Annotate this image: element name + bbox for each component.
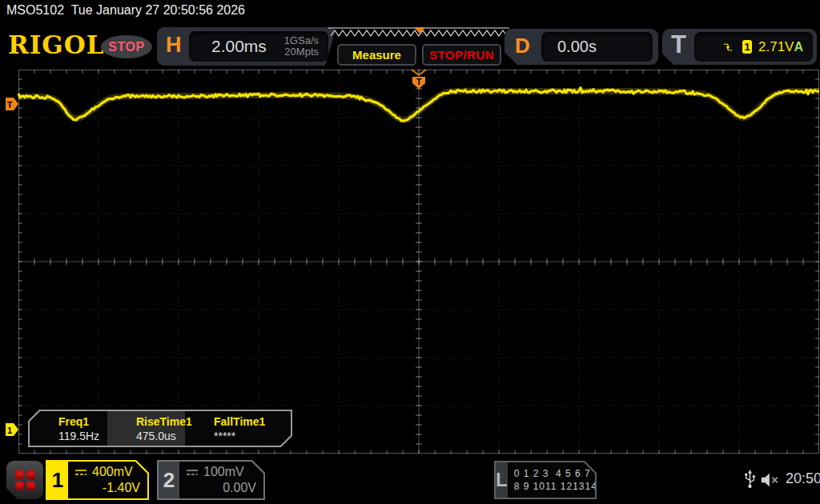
- channel2-tab[interactable]: 2 100mV 0.00V: [157, 460, 265, 500]
- run-state-badge: STOP: [101, 35, 152, 58]
- delay-inset: 0.00s: [541, 32, 653, 62]
- horizontal-key: H: [166, 33, 182, 58]
- trigger-panel[interactable]: T 1 2.71V A: [662, 29, 817, 65]
- horizontal-inset: 2.00ms 1GSa/s 20Mpts: [189, 31, 328, 62]
- memory-depth: 20Mpts: [284, 46, 319, 58]
- dc-coupling-icon: [74, 468, 88, 477]
- channel1-scale: 400mV: [92, 465, 133, 479]
- measurement-value: 119.5Hz: [58, 430, 107, 442]
- svg-text:1: 1: [7, 426, 12, 435]
- measurement-box-inner: Freq1 119.5Hz RiseTime1 475.0us FallTime…: [30, 411, 291, 446]
- menu-button[interactable]: [6, 461, 43, 499]
- sample-rate-info: 1GSa/s 20Mpts: [284, 35, 328, 57]
- grid-menu-icon: [15, 470, 35, 490]
- measurement-box: Freq1 119.5Hz RiseTime1 475.0us FallTime…: [28, 410, 292, 447]
- usb-icon: [744, 470, 756, 489]
- trigger-mode: A: [794, 40, 813, 54]
- logic-channels-tab[interactable]: L 0 1 2 3 4 5 6 7 8 9 1011 12131415: [494, 461, 597, 499]
- channel1-offset: -1.40V: [74, 481, 140, 495]
- channel1-tab-body: 1 400mV -1.40V: [47, 462, 147, 498]
- measurement-item-falltime1[interactable]: FallTime1 *****: [185, 411, 263, 446]
- measurement-item-freq1[interactable]: Freq1 119.5Hz: [30, 411, 107, 446]
- channel1-tab[interactable]: 1 400mV -1.40V: [46, 460, 149, 500]
- horizontal-panel[interactable]: H 2.00ms 1GSa/s 20Mpts: [157, 27, 336, 66]
- channel2-offset: 0.00V: [185, 481, 256, 495]
- logic-tab-body: L 0 1 2 3 4 5 6 7 8 9 1011 12131415: [496, 462, 595, 498]
- channel2-tab-body: 2 100mV 0.00V: [159, 462, 263, 498]
- clock-time: 20:50: [786, 470, 820, 487]
- waveform-overview-strip[interactable]: [328, 27, 509, 42]
- trigger-key: T: [671, 30, 686, 59]
- trigger-inset: 1 2.71V A: [694, 32, 813, 62]
- timebase-value: 2.00ms: [211, 37, 267, 56]
- logic-channel-numbers: 0 1 2 3 4 5 6 7 8 9 1011 12131415: [508, 462, 610, 498]
- measurement-value: *****: [214, 430, 263, 442]
- trigger-level-marker[interactable]: T: [6, 98, 19, 111]
- channel2-scale: 100mV: [203, 465, 244, 479]
- measurement-value: 475.0us: [136, 430, 185, 442]
- measurement-label: RiseTime1: [136, 415, 185, 428]
- measurement-label: FallTime1: [214, 415, 263, 428]
- speaker-muted-icon: [760, 472, 781, 488]
- titlebar-spacer: [64, 3, 71, 17]
- oscilloscope-screen: MSO5102 Tue January 27 20:50:56 2026 RIG…: [0, 0, 820, 504]
- stop-run-button[interactable]: STOP/RUN: [422, 44, 501, 66]
- datetime-text: Tue January 27 20:50:56 2026: [71, 3, 245, 17]
- svg-text:T: T: [7, 100, 13, 110]
- waveform-display: T: [18, 70, 819, 454]
- overview-trigger-marker: [414, 27, 425, 34]
- svg-text:T: T: [416, 77, 422, 86]
- falling-edge-icon: [723, 41, 733, 54]
- model-name: MSO5102: [6, 3, 64, 17]
- channel1-number: 1: [47, 462, 68, 498]
- trigger-source-badge: 1: [742, 40, 752, 54]
- delay-key: D: [515, 34, 530, 58]
- measurement-label: Freq1: [58, 415, 107, 428]
- delay-value: 0.00s: [557, 38, 597, 56]
- channel2-number: 2: [159, 462, 179, 498]
- dc-coupling-icon: [185, 468, 199, 477]
- channel1-ground-marker[interactable]: 1: [6, 423, 19, 437]
- titlebar: MSO5102 Tue January 27 20:50:56 2026: [6, 3, 245, 18]
- logic-key: L: [496, 462, 508, 498]
- measure-button[interactable]: Measure: [337, 44, 416, 66]
- measurement-item-risetime1[interactable]: RiseTime1 475.0us: [107, 411, 185, 446]
- rigol-logo: RIGOL: [8, 30, 105, 59]
- delay-panel[interactable]: D 0.00s: [504, 29, 658, 65]
- trigger-level-value: 2.71V: [758, 39, 794, 55]
